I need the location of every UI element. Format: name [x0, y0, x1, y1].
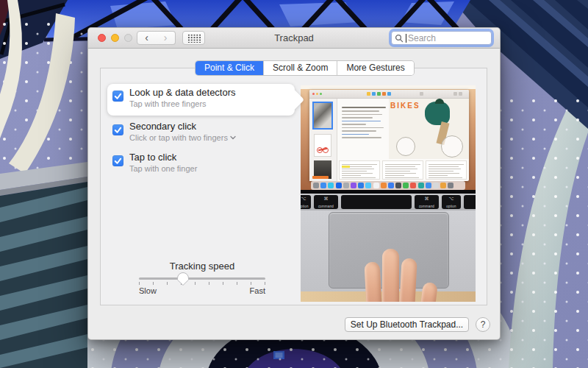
option-key: ⌥option [301, 195, 311, 209]
gesture-demo-video: BIKES ⌥option ⌘command [301, 85, 476, 302]
dock-app-icon [418, 183, 424, 188]
command-key: ⌘command [415, 195, 439, 209]
toolbar-icon [459, 92, 462, 96]
dock-app-icon [373, 183, 379, 188]
checkbox-secondary-click[interactable] [112, 124, 123, 135]
toolbar-icon [377, 92, 381, 96]
macbook-screen: BIKES [301, 85, 476, 191]
tab-bar: Point & Click Scroll & Zoom More Gesture… [196, 61, 414, 75]
dock-app-icon [358, 183, 364, 188]
dock-app-icon [351, 183, 356, 188]
teal-jacket [425, 102, 450, 125]
page-thumbnail-bike-drawing [314, 134, 331, 157]
dock [311, 181, 465, 190]
slider-minmax-labels: Slow Fast [139, 286, 265, 295]
mini-minimize-button [316, 93, 318, 95]
help-button[interactable]: ? [476, 317, 490, 332]
checkbox-tap-to-click[interactable] [112, 155, 123, 166]
tracking-speed-slider-thumb[interactable] [176, 272, 190, 286]
checkmark-icon [113, 156, 123, 166]
dock-app-icon [320, 183, 326, 188]
search-placeholder: Search [408, 33, 436, 43]
green-cap [435, 99, 444, 104]
finger [382, 249, 399, 302]
trackpad-preferences-window: ‹ › Trackpad Search Point & Click Scroll… [87, 27, 501, 340]
yellow-highlight [342, 166, 350, 168]
setting-sublabel-look-up: Tap with three fingers [129, 99, 207, 108]
toolbar-icon [367, 92, 370, 96]
tab-more-gestures[interactable]: More Gestures [337, 61, 413, 75]
text-column-card [382, 160, 423, 180]
preview-document: BIKES [337, 99, 469, 181]
dock-app-icon [343, 183, 349, 188]
text-column-card [339, 160, 380, 180]
toolbar-icon [372, 92, 376, 96]
preview-app-window: BIKES [309, 90, 469, 181]
tracking-speed-slider-track[interactable] [139, 277, 265, 280]
preview-toolbar [309, 90, 469, 99]
tracking-speed-label: Tracking speed [139, 261, 265, 272]
mini-close-button [312, 93, 315, 95]
search-icon [395, 34, 404, 43]
text-column-card [426, 160, 467, 180]
menu-bar [301, 85, 476, 89]
space-key [341, 195, 412, 209]
dock-app-icon [448, 183, 453, 188]
dock-app-icon [336, 183, 342, 188]
title-bar: ‹ › Trackpad Search [88, 28, 500, 49]
slider-max-label: Fast [250, 286, 265, 295]
dock-app-icon [410, 183, 416, 188]
macbook-keyboard: ⌥option ⌘command ⌘command ⌥option [301, 194, 476, 210]
dock-app-icon [328, 183, 334, 188]
document-page-columns [339, 160, 469, 180]
slider-tick-marks [139, 282, 265, 285]
document-text-column [342, 105, 386, 141]
setting-sublabel-secondary-click[interactable]: Click or tap with two fingers [129, 133, 236, 142]
checkmark-icon [113, 91, 123, 101]
finger [399, 258, 417, 302]
dock-app-icon [403, 183, 409, 188]
partial-key [464, 195, 476, 209]
mini-zoom-button [320, 93, 322, 95]
chevron-down-icon[interactable] [230, 135, 236, 140]
dock-app-icon [313, 183, 319, 188]
setting-label-tap-to-click[interactable]: Tap to click [129, 152, 176, 163]
setup-bluetooth-trackpad-button[interactable]: Set Up Bluetooth Trackpad... [345, 317, 469, 332]
command-key: ⌘command [314, 195, 338, 209]
toolbar-icon [420, 92, 423, 96]
dock-app-icon [440, 183, 446, 188]
toolbar-icon [453, 92, 457, 96]
setting-label-look-up[interactable]: Look up & data detectors [129, 87, 236, 98]
text-cursor [406, 34, 406, 43]
tab-point-and-click[interactable]: Point & Click [196, 61, 263, 75]
dock-app-icon [388, 183, 394, 188]
setting-label-secondary-click[interactable]: Secondary click [129, 121, 196, 132]
dock-app-icon [433, 183, 439, 188]
dock-app-icon [365, 183, 371, 188]
bicycle-wheel [396, 137, 415, 156]
option-key: ⌥option [442, 195, 461, 209]
tab-scroll-and-zoom[interactable]: Scroll & Zoom [263, 61, 337, 75]
preview-sidebar [309, 99, 337, 181]
checkbox-look-up[interactable] [112, 91, 123, 102]
dock-app-icon [426, 183, 431, 188]
setting-sublabel-tap-to-click: Tap with one finger [129, 164, 197, 173]
toolbar-icon [387, 92, 391, 96]
toolbar-icon [382, 92, 386, 96]
dock-app-icon [395, 183, 401, 188]
dock-app-icon [381, 183, 387, 188]
search-input[interactable]: Search [391, 31, 492, 45]
finger [364, 261, 381, 302]
page-thumbnail-selected [312, 102, 333, 130]
sidebar-orange-button [312, 176, 329, 179]
document-title: BIKES [390, 102, 420, 110]
slider-min-label: Slow [139, 286, 157, 295]
checkmark-icon [113, 125, 123, 135]
bicycle-wheel [441, 135, 463, 158]
